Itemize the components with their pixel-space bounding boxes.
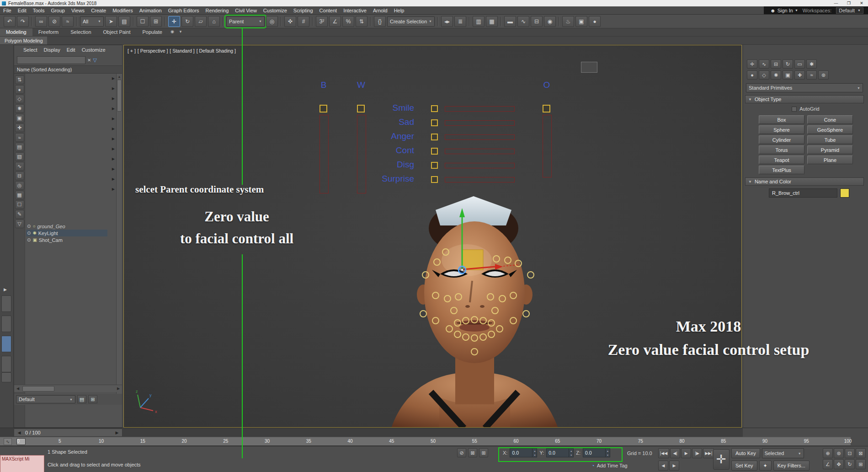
explorer-search-input[interactable]: [17, 56, 85, 64]
utilities-tab-icon[interactable]: ✱: [806, 59, 817, 69]
menu-views[interactable]: Views: [68, 6, 88, 14]
bind-to-space-warp-icon[interactable]: ≈: [62, 16, 74, 27]
explorer-menu-edit[interactable]: Edit: [67, 47, 75, 53]
docked-panel-tab[interactable]: [1, 295, 11, 312]
spacewarps-category-icon[interactable]: ≈: [806, 70, 817, 80]
viewport-general-menu[interactable]: [ + ]: [128, 48, 136, 54]
select-and-link-icon[interactable]: ∞: [35, 16, 47, 27]
sphere-button[interactable]: Sphere: [759, 125, 804, 134]
go-to-end-icon[interactable]: ▶▶|: [703, 448, 714, 458]
geosphere-button[interactable]: GeoSphere: [807, 125, 853, 134]
selection-filter-dropdown[interactable]: All▼: [80, 16, 104, 27]
isolate-selection-toggle-icon[interactable]: ⊘: [457, 448, 466, 457]
menu-arnold[interactable]: Arnold: [370, 6, 391, 14]
align-icon[interactable]: ≣: [454, 16, 466, 27]
transform-type-in-toggle-icon[interactable]: ⊞: [479, 448, 488, 457]
cameras-category-icon[interactable]: ▣: [783, 70, 793, 80]
scrollbar-thumb[interactable]: [22, 386, 54, 392]
key-set-dropdown[interactable]: Selected ▼: [762, 448, 804, 458]
time-configuration-button[interactable]: ✛: [713, 449, 730, 470]
display-tab-icon[interactable]: ▭: [794, 59, 805, 69]
render-production-icon[interactable]: ●: [589, 16, 601, 27]
flyout-arrow-icon[interactable]: ▶: [112, 167, 115, 177]
zoom-all-icon[interactable]: ⊛: [834, 448, 844, 458]
pan-view-icon[interactable]: ✥: [834, 459, 844, 469]
maximize-viewport-toggle-icon[interactable]: ⊞: [856, 459, 866, 469]
visibility-eye-icon[interactable]: ⊙: [27, 237, 31, 242]
display-groups-icon[interactable]: ▤: [15, 143, 24, 151]
ribbon-tab-selection[interactable]: Selection: [64, 28, 97, 36]
rectangular-selection-region-icon[interactable]: ☐: [137, 16, 149, 27]
visibility-eye-icon[interactable]: ⊙: [27, 224, 31, 229]
clear-search-icon[interactable]: ✕: [87, 58, 91, 63]
menu-modifiers[interactable]: Modifiers: [109, 6, 136, 14]
schematic-view-icon[interactable]: ⊟: [531, 16, 543, 27]
helpers-category-icon[interactable]: ✚: [794, 70, 805, 80]
next-frame-icon[interactable]: ▶: [114, 430, 120, 435]
menu-civil-view[interactable]: Civil View: [232, 6, 260, 14]
spinner-snap-toggle-icon[interactable]: ⇅: [356, 16, 367, 27]
flyout-arrow-icon[interactable]: ▶: [112, 86, 115, 97]
render-setup-icon[interactable]: ♨: [562, 16, 574, 27]
torus-button[interactable]: Torus: [759, 145, 804, 154]
menu-animation[interactable]: Animation: [136, 6, 165, 14]
explorer-item-ground_geo[interactable]: ⊙○ground_Geo: [26, 223, 107, 230]
display-xrefs-icon[interactable]: ▧: [15, 152, 24, 161]
ribbon-minimize-icon[interactable]: ▾: [176, 28, 185, 35]
scroll-left-icon[interactable]: ◀: [14, 386, 21, 391]
zoom-extents-icon[interactable]: ⊡: [845, 448, 855, 458]
selection-lock-toggle-icon[interactable]: ⊠: [468, 448, 477, 457]
explorer-vertical-scrollbar[interactable]: ▲ ▼: [116, 74, 122, 400]
menu-edit[interactable]: Edit: [15, 6, 30, 14]
menu-scripting[interactable]: Scripting: [290, 6, 316, 14]
redo-icon[interactable]: ↷: [17, 16, 29, 27]
ribbon-tab-freeform[interactable]: Freeform: [32, 28, 65, 36]
visibility-eye-icon[interactable]: ⊙: [27, 231, 31, 236]
key-filters-button[interactable]: Key Filters...: [773, 461, 809, 471]
workspace-dropdown[interactable]: Default ▼: [836, 7, 863, 14]
minimize-button[interactable]: —: [830, 0, 842, 6]
flyout-arrow-icon[interactable]: ▶: [112, 76, 115, 86]
pick-mode-icon[interactable]: ✎: [15, 210, 24, 219]
hierarchy-tab-icon[interactable]: ⊟: [771, 59, 781, 69]
snap-toggle-icon[interactable]: 3²: [316, 16, 328, 27]
display-lights-icon[interactable]: ✺: [15, 104, 24, 113]
docked-panel-tab[interactable]: [1, 372, 11, 382]
orbit-icon[interactable]: ↻: [845, 459, 855, 469]
previous-frame-icon[interactable]: ◀: [16, 430, 22, 435]
flyout-arrow-icon[interactable]: ▶: [112, 147, 115, 157]
rendered-frame-window-icon[interactable]: ▣: [575, 16, 587, 27]
auto-key-button[interactable]: Auto Key: [731, 448, 760, 458]
flyout-arrow-icon[interactable]: ▶: [112, 137, 115, 147]
object-type-rollout[interactable]: ▼ Object Type: [745, 95, 864, 103]
track-bar-mode-icon[interactable]: ∿: [4, 438, 12, 445]
geometry-category-icon[interactable]: ●: [747, 70, 757, 80]
next-frame-icon[interactable]: |▶: [692, 448, 702, 458]
filter-icon[interactable]: ▽: [15, 220, 24, 228]
flyout-arrow-icon[interactable]: ▶: [112, 127, 115, 137]
select-object-icon[interactable]: ➤: [105, 16, 117, 27]
ribbon-config-icon[interactable]: ◉: [168, 28, 176, 35]
previous-key-icon[interactable]: ◀: [658, 461, 668, 471]
tube-button[interactable]: Tube: [807, 135, 853, 144]
layer-list-icon[interactable]: ▤: [77, 395, 86, 403]
material-editor-icon[interactable]: ◉: [544, 16, 556, 27]
create-tab-icon[interactable]: ✛: [747, 59, 757, 69]
play-animation-icon[interactable]: ▶: [681, 448, 691, 458]
menu-tools[interactable]: Tools: [30, 6, 48, 14]
docked-panel-tab[interactable]: [1, 336, 11, 352]
scroll-up-icon[interactable]: ▲: [117, 74, 122, 79]
menu-content[interactable]: Content: [316, 6, 341, 14]
viewport-pov-menu[interactable]: [ Perspective ]: [138, 48, 168, 54]
explorer-item-shot_cam[interactable]: ⊙▣Shot_Cam: [26, 236, 107, 243]
menu-help[interactable]: Help: [391, 6, 408, 14]
menu-rendering[interactable]: Rendering: [202, 6, 232, 14]
layer-grid-icon[interactable]: ⊞: [88, 395, 97, 403]
explorer-item-keylight[interactable]: ⊙✺KeyLight: [26, 230, 107, 236]
menu-interactive[interactable]: Interactive: [340, 6, 370, 14]
display-cameras-icon[interactable]: ▣: [15, 114, 24, 123]
keyboard-shortcut-override-icon[interactable]: #: [298, 16, 309, 27]
viewcube[interactable]: [581, 62, 597, 73]
flyout-arrow-icon[interactable]: ▶: [112, 177, 115, 187]
object-color-swatch[interactable]: [840, 188, 849, 198]
